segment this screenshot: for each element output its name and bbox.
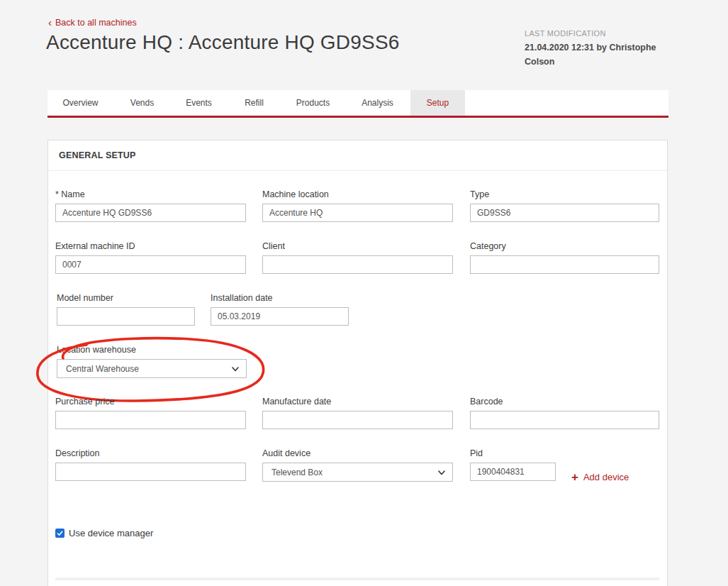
page-title: Accenture HQ : Accenture HQ GD9SS6: [46, 31, 400, 54]
pid-label: Pid: [470, 448, 483, 458]
manufacture-date-input[interactable]: [262, 411, 453, 429]
machine-tabs: Overview Vends Events Refill Products An…: [47, 90, 668, 116]
barcode-label: Barcode: [470, 397, 503, 407]
add-device-button[interactable]: + Add device: [571, 472, 629, 482]
model-number-input[interactable]: [57, 307, 195, 326]
purchase-price-input[interactable]: [55, 411, 246, 429]
client-label: Client: [262, 241, 285, 251]
external-machine-id-label: External machine ID: [55, 241, 135, 251]
purchase-price-label: Purchase price: [55, 397, 114, 407]
use-device-manager-checkbox[interactable]: [55, 529, 65, 538]
client-input[interactable]: [262, 255, 453, 274]
tab-analysis[interactable]: Analysis: [345, 90, 410, 116]
type-input[interactable]: [470, 204, 659, 222]
location-warehouse-value: Central Warehouse: [66, 364, 139, 374]
last-modification-block: LAST MODIFICATION 21.04.2020 12:31 by Ch…: [525, 29, 663, 69]
chevron-down-icon: [231, 365, 240, 373]
back-link-label: Back to all machines: [55, 18, 137, 28]
audit-device-label: Audit device: [262, 448, 310, 458]
next-section-divider: [55, 577, 659, 580]
back-to-machines-link[interactable]: ‹ Back to all machines: [48, 18, 137, 28]
pid-input[interactable]: [470, 463, 556, 481]
audit-device-select[interactable]: Televend Box: [262, 463, 453, 482]
category-label: Category: [470, 241, 506, 251]
manufacture-date-label: Manufacture date: [262, 397, 331, 407]
check-icon: [57, 530, 63, 536]
location-warehouse-label: Location warehouse: [57, 345, 136, 355]
machine-location-label: Machine location: [262, 189, 329, 199]
last-modification-label: LAST MODIFICATION: [525, 29, 663, 38]
tab-products[interactable]: Products: [281, 90, 345, 116]
type-label: Type: [470, 189, 489, 199]
tab-setup[interactable]: Setup: [410, 90, 465, 116]
tab-events[interactable]: Events: [171, 90, 227, 116]
use-device-manager-label: Use device manager: [69, 528, 153, 538]
barcode-input[interactable]: [470, 411, 659, 429]
last-modification-value: 21.04.2020 12:31 by Christophe Colson: [525, 40, 663, 69]
machine-location-input[interactable]: [262, 204, 453, 222]
audit-device-value: Televend Box: [271, 468, 323, 477]
tabs-red-underline: [47, 116, 668, 118]
description-input[interactable]: [55, 463, 246, 481]
external-machine-id-input[interactable]: [55, 255, 246, 274]
add-device-label: Add device: [583, 472, 629, 482]
description-label: Description: [55, 448, 100, 458]
name-label: * Name: [55, 189, 85, 199]
back-chevron-icon: ‹: [48, 18, 52, 27]
tab-overview[interactable]: Overview: [47, 90, 113, 116]
chevron-down-icon: [437, 468, 446, 477]
plus-icon: +: [571, 472, 578, 482]
general-setup-header: GENERAL SETUP: [47, 140, 668, 171]
installation-date-input[interactable]: [211, 307, 349, 326]
use-device-manager-row[interactable]: Use device manager: [55, 528, 153, 538]
tab-vends[interactable]: Vends: [113, 90, 171, 116]
section-title: GENERAL SETUP: [59, 150, 136, 160]
location-warehouse-select[interactable]: Central Warehouse: [57, 359, 247, 378]
installation-date-label: Installation date: [211, 293, 273, 303]
name-input[interactable]: [55, 204, 246, 222]
model-number-label: Model number: [57, 293, 113, 303]
category-input[interactable]: [470, 255, 659, 274]
tab-refill[interactable]: Refill: [227, 90, 281, 116]
